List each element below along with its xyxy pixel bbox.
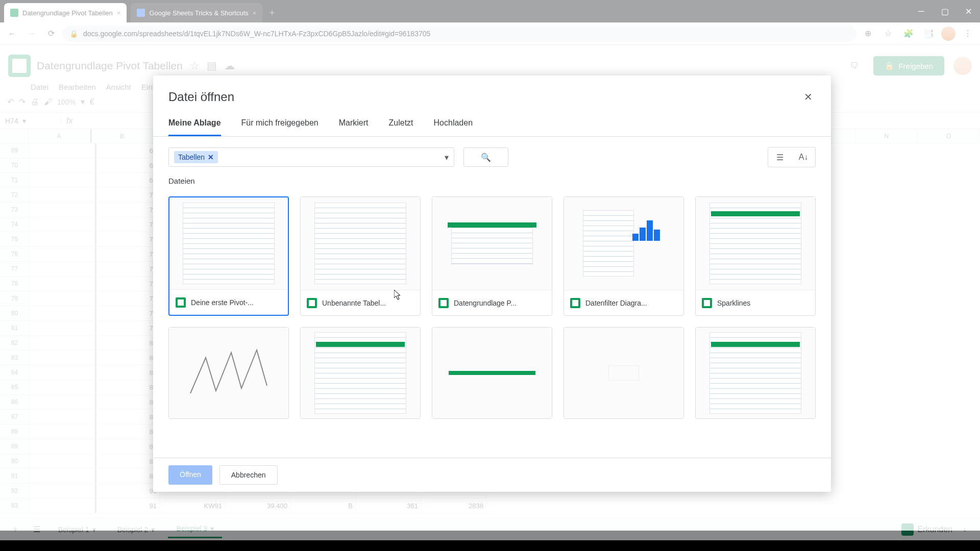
filter-input[interactable]: Tabellen ✕ ▾	[168, 147, 454, 167]
cancel-button[interactable]: Abbrechen	[219, 465, 278, 485]
tab-recent[interactable]: Zuletzt	[389, 118, 413, 136]
file-name: Unbenannte Tabel...	[322, 299, 386, 307]
file-thumbnail	[301, 197, 420, 290]
file-thumbnail	[169, 328, 288, 418]
file-name: Datenfilter Diagra...	[585, 299, 647, 307]
sheets-file-icon	[307, 298, 317, 308]
browser-window: Datengrundlage Pivot Tabellen × Google S…	[0, 0, 980, 531]
file-thumbnail	[696, 328, 815, 418]
sheets-file-icon	[570, 298, 580, 308]
search-icon: 🔍	[481, 153, 491, 162]
file-thumbnail	[564, 197, 683, 290]
section-label: Dateien	[153, 172, 831, 189]
file-card[interactable]	[695, 327, 816, 419]
search-button[interactable]: 🔍	[463, 147, 508, 167]
file-thumbnail	[169, 197, 288, 289]
tab-shared[interactable]: Für mich freigegeben	[241, 118, 318, 136]
file-card[interactable]: Deine erste Pivot-...	[168, 196, 289, 316]
chip-remove-icon[interactable]: ✕	[208, 153, 214, 161]
file-thumbnail	[301, 328, 420, 418]
file-card[interactable]: Sparklines	[695, 196, 816, 316]
tab-upload[interactable]: Hochladen	[434, 118, 473, 136]
file-card[interactable]	[564, 327, 684, 419]
close-icon[interactable]: ✕	[801, 88, 816, 106]
file-thumbnail	[564, 328, 683, 418]
tab-my-drive[interactable]: Meine Ablage	[168, 118, 221, 136]
open-button[interactable]: Öffnen	[168, 465, 212, 485]
filter-chip[interactable]: Tabellen ✕	[174, 151, 218, 163]
sort-icon[interactable]: A↓	[792, 147, 815, 167]
modal-title: Datei öffnen	[168, 90, 234, 104]
file-card[interactable]: Datengrundlage P...	[432, 196, 552, 316]
file-name: Deine erste Pivot-...	[191, 298, 254, 307]
file-picker-modal: Datei öffnen ✕ Meine Ablage Für mich fre…	[153, 76, 831, 492]
file-thumbnail	[432, 328, 552, 418]
sheets-file-icon	[176, 297, 186, 308]
file-name: Datengrundlage P...	[454, 299, 517, 307]
sheets-file-icon	[438, 298, 449, 308]
sheets-file-icon	[702, 298, 712, 308]
file-card[interactable]	[168, 327, 289, 419]
file-thumbnail	[696, 197, 815, 290]
file-name: Sparklines	[717, 299, 750, 307]
file-card[interactable]: Unbenannte Tabel...	[300, 196, 421, 316]
chevron-down-icon[interactable]: ▾	[445, 153, 449, 162]
modal-tabs: Meine Ablage Für mich freigegeben Markie…	[153, 109, 831, 137]
list-view-icon[interactable]: ☰	[768, 147, 792, 167]
file-card[interactable]: Datenfilter Diagra...	[564, 196, 684, 316]
file-card[interactable]	[432, 327, 552, 419]
files-grid: Deine erste Pivot-...Unbenannte Tabel...…	[153, 189, 831, 426]
file-card[interactable]	[300, 327, 421, 419]
file-thumbnail	[432, 197, 552, 290]
tab-starred[interactable]: Markiert	[339, 118, 369, 136]
